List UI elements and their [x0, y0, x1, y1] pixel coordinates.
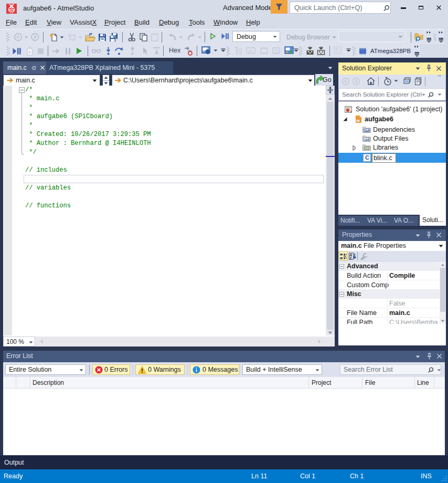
svg-text:0x: 0x	[248, 49, 252, 54]
svg-text:Z: Z	[350, 256, 352, 260]
